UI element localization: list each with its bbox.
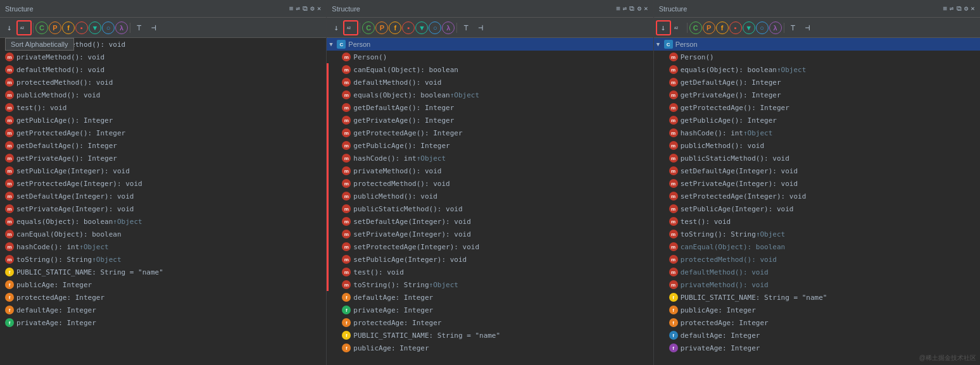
var-btn[interactable]: ▪	[729, 22, 742, 34]
list-item[interactable]: mprotectedMethod(): void	[654, 253, 980, 266]
list-item[interactable]: fpublicAge: Integer	[327, 342, 653, 354]
obj-btn[interactable]: ○	[429, 22, 441, 34]
filter-btn-1[interactable]: ⊣	[147, 21, 161, 35]
list-item[interactable]: fprotectedAge: Integer	[0, 291, 326, 304]
sort-alpha-btn[interactable]: AZ	[344, 21, 358, 35]
list-item[interactable]: mtest(): void	[0, 101, 326, 114]
list-item[interactable]: fprivateAge: Integer	[0, 316, 326, 329]
list-item[interactable]: mdefaultMethod(): void	[0, 63, 326, 76]
list-item[interactable]: mdefaultMethod(): void	[327, 76, 653, 89]
class-btn[interactable]: C	[362, 22, 375, 34]
list-item[interactable]: mhashCode(): int ↑Object	[327, 152, 653, 164]
field-btn[interactable]: f	[62, 22, 75, 34]
list-item[interactable]: mpublicMethod(): void	[0, 89, 326, 101]
list-item[interactable]: mprivateMethod(): void	[0, 51, 326, 63]
list-item[interactable]: fPUBLIC_STATIC_NAME: String = "name"	[0, 266, 326, 278]
list-item[interactable]: mtest(): void	[654, 215, 980, 228]
header-icon-3[interactable]: ⧉	[629, 4, 634, 13]
list-item[interactable]: fprotectedAge: Integer	[654, 316, 980, 329]
header-icon-gear[interactable]: ⚙	[310, 4, 315, 13]
class-btn[interactable]: C	[689, 22, 702, 34]
list-item[interactable]: mtoString(): String ↑Object	[654, 228, 980, 240]
list-item[interactable]: mgetPublicAge(): Integer	[0, 114, 326, 127]
filter-btn-1[interactable]: ⊣	[801, 21, 815, 35]
list-item[interactable]: mpublicStaticMethod(): void	[327, 202, 653, 215]
list-item[interactable]: mprivateMethod(): void	[654, 278, 980, 291]
list-item[interactable]: mgetPublicAge(): Integer	[654, 114, 980, 127]
list-item[interactable]: mgetPrivateAge(): Integer	[0, 152, 326, 164]
list-item[interactable]: mtoString(): String ↑Object	[327, 278, 653, 291]
header-icon-2[interactable]: ⇌	[623, 4, 627, 13]
list-item[interactable]: mequals(Object): boolean ↑Object	[327, 89, 653, 101]
list-item[interactable]: mtoString(): String ↑Object	[0, 253, 326, 266]
list-item[interactable]: mcanEqual(Object): boolean	[654, 240, 980, 253]
list-item[interactable]: mgetProtectedAge(): Integer	[327, 127, 653, 139]
list-item[interactable]: mdefaultMethod(): void	[654, 266, 980, 278]
header-icon-2[interactable]: ⇌	[950, 4, 954, 13]
header-icon-gear[interactable]: ⚙	[964, 4, 969, 13]
list-item[interactable]: msetProtectedAge(Integer): void	[654, 190, 980, 202]
header-icon-close[interactable]: ×	[644, 4, 648, 13]
list-item[interactable]: mpublicMethod(): void	[654, 139, 980, 152]
list-item[interactable]: msetProtectedAge(Integer): void	[327, 240, 653, 253]
lambda-btn[interactable]: λ	[442, 22, 455, 34]
list-item[interactable]: mgetDefaultAge(): Integer	[654, 76, 980, 89]
list-item[interactable]: mhashCode(): int ↑Object	[0, 240, 326, 253]
header-icon-close[interactable]: ×	[971, 4, 975, 13]
list-item[interactable]: mpublicStaticMethod(): void	[654, 152, 980, 164]
header-icon-1[interactable]: ≡	[289, 4, 294, 13]
property-btn[interactable]: P	[49, 22, 61, 34]
list-item[interactable]: mcanEqual(Object): boolean	[0, 228, 326, 240]
sort-alpha-btn[interactable]: AZ	[17, 21, 31, 35]
header-icon-gear[interactable]: ⚙	[637, 4, 641, 13]
obj-btn[interactable]: ○	[756, 22, 769, 34]
list-item[interactable]: msetPublicAge(Integer): void	[0, 164, 326, 177]
filter-btn-1[interactable]: ⊣	[474, 21, 487, 35]
list-item[interactable]: msetPrivateAge(Integer): void	[0, 202, 326, 215]
list-item[interactable]: mprivateMethod(): void	[327, 164, 653, 177]
list-item[interactable]: msetProtectedAge(Integer): void	[0, 177, 326, 190]
field-btn[interactable]: f	[716, 22, 729, 34]
list-item[interactable]: fdefaultAge: Integer	[327, 291, 653, 304]
iface-btn[interactable]: ▼	[743, 22, 755, 34]
property-btn[interactable]: P	[703, 22, 715, 34]
list-item[interactable]: mgetProtectedAge(): Integer	[0, 127, 326, 139]
list-item[interactable]: msetPrivateAge(Integer): void	[327, 228, 653, 240]
list-item[interactable]: mtest(): void	[327, 266, 653, 278]
list-item[interactable]: fprotectedAge: Integer	[327, 316, 653, 329]
header-icon-1[interactable]: ≡	[616, 4, 620, 13]
list-item[interactable]: fPUBLIC_STATIC_NAME: String = "name"	[654, 291, 980, 304]
list-item[interactable]: msetPublicAge(Integer): void	[327, 253, 653, 266]
list-item[interactable]: mgetProtectedAge(): Integer	[654, 101, 980, 114]
sort-down-btn[interactable]: ↓	[3, 21, 16, 35]
list-item[interactable]: fPUBLIC_STATIC_NAME: String = "name"	[327, 329, 653, 342]
list-item[interactable]: fpublicAge: Integer	[0, 278, 326, 291]
list-item[interactable]: mequals(Object): boolean ↑Object	[0, 215, 326, 228]
list-item[interactable]: mgetDefaultAge(): Integer	[327, 101, 653, 114]
list-item[interactable]: mgetPrivateAge(): Integer	[654, 89, 980, 101]
list-item[interactable]: mhashCode(): int ↑Object	[654, 127, 980, 139]
class-row[interactable]: ▼ C Person	[654, 38, 980, 51]
property-btn[interactable]: P	[375, 22, 388, 34]
sort-alpha-btn[interactable]: AZ	[671, 21, 685, 35]
iface-btn[interactable]: ▼	[89, 22, 101, 34]
list-item[interactable]: msetPublicAge(Integer): void	[654, 202, 980, 215]
sort-down-btn[interactable]: ↓	[656, 21, 670, 35]
var-btn[interactable]: ▪	[75, 22, 88, 34]
class-btn[interactable]: C	[35, 22, 48, 34]
list-item[interactable]: mgetPublicAge(): Integer	[327, 139, 653, 152]
list-item[interactable]: mPerson()	[327, 51, 653, 63]
list-item[interactable]: msetPrivateAge(Integer): void	[654, 177, 980, 190]
list-item[interactable]: msetDefaultAge(Integer): void	[0, 190, 326, 202]
list-item[interactable]: mpublicMethod(): void	[327, 190, 653, 202]
list-item[interactable]: mprotectedMethod(): void	[327, 177, 653, 190]
list-item[interactable]: mprotectedMethod(): void	[0, 76, 326, 89]
class-row[interactable]: ▼ C Person	[327, 38, 653, 51]
list-item[interactable]: mPerson()	[654, 51, 980, 63]
var-btn[interactable]: ▪	[402, 22, 415, 34]
list-item[interactable]: fdefaultAge: Integer	[654, 329, 980, 342]
header-icon-2[interactable]: ⇌	[296, 4, 300, 13]
header-icon-1[interactable]: ≡	[943, 4, 947, 13]
list-item[interactable]: mcanEqual(Object): boolean	[327, 63, 653, 76]
list-item[interactable]: mequals(Object): boolean ↑Object	[654, 63, 980, 76]
